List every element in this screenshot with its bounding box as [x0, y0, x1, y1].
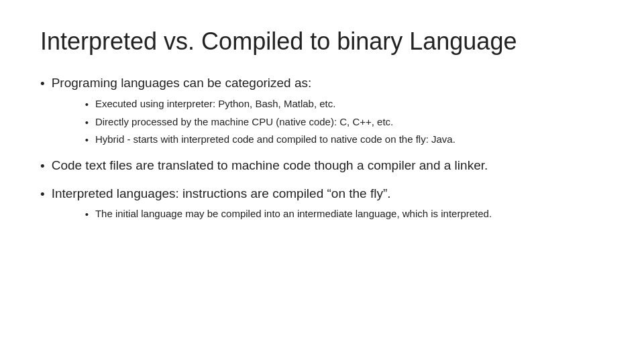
bullet-3: • Interpreted languages: instructions ar…	[40, 185, 604, 222]
bullet-1-sub-list: • Executed using interpreter: Python, Ba…	[52, 97, 604, 147]
bullet-1-sub-2-text: Directly processed by the machine CPU (n…	[95, 115, 604, 129]
bullet-1-sub-3-text: Hybrid - starts with interpreted code an…	[95, 132, 604, 147]
bullet-1-text: Programing languages can be categorized …	[52, 76, 312, 90]
bullet-3-content: Interpreted languages: instructions are …	[52, 185, 604, 222]
bullet-1-sub-3-marker: •	[85, 133, 89, 147]
bullet-1-sub-2-marker: •	[85, 115, 89, 130]
bullet-3-text: Interpreted languages: instructions are …	[52, 186, 391, 200]
bullet-3-marker: •	[40, 186, 45, 204]
bullet-1-content: Programing languages can be categorized …	[52, 74, 604, 147]
bullet-3-sub-1-text: The initial language may be compiled int…	[95, 206, 604, 221]
bullet-3-sub-list: • The initial language may be compiled i…	[52, 206, 604, 222]
bullet-1-sub-3: • Hybrid - starts with interpreted code …	[72, 132, 604, 147]
bullet-1-marker: •	[40, 75, 45, 93]
bullet-3-sub-1: • The initial language may be compiled i…	[72, 206, 604, 222]
slide-title: Interpreted vs. Compiled to binary Langu…	[40, 27, 604, 56]
bullet-1-sub-1-marker: •	[85, 97, 89, 112]
content-area: • Programing languages can be categorize…	[40, 74, 604, 222]
bullet-1-sub-2: • Directly processed by the machine CPU …	[72, 115, 604, 130]
bullet-2: • Code text files are translated to mach…	[40, 157, 604, 176]
slide: Interpreted vs. Compiled to binary Langu…	[0, 0, 644, 362]
bullet-1-sub-1: • Executed using interpreter: Python, Ba…	[72, 97, 604, 112]
bullet-3-sub-1-marker: •	[85, 207, 89, 222]
bullet-2-marker: •	[40, 158, 45, 176]
bullet-1-sub-1-text: Executed using interpreter: Python, Bash…	[95, 97, 604, 111]
bullet-2-text: Code text files are translated to machin…	[52, 157, 604, 175]
bullet-1: • Programing languages can be categorize…	[40, 74, 604, 147]
